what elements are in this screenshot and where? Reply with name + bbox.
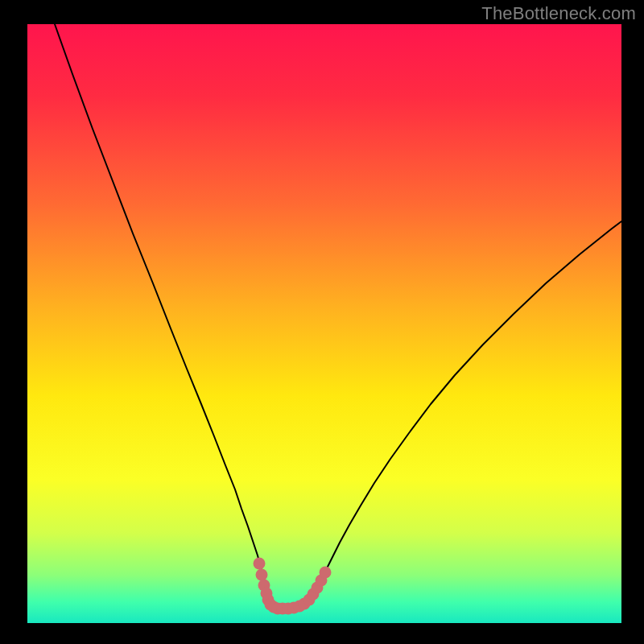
chart-frame: TheBottleneck.com (0, 0, 644, 644)
chart-svg (0, 0, 644, 644)
watermark-text: TheBottleneck.com (481, 3, 636, 24)
plot-area (27, 24, 621, 623)
curve-marker (320, 567, 332, 579)
curve-marker (254, 558, 266, 570)
curve-marker (256, 569, 268, 581)
